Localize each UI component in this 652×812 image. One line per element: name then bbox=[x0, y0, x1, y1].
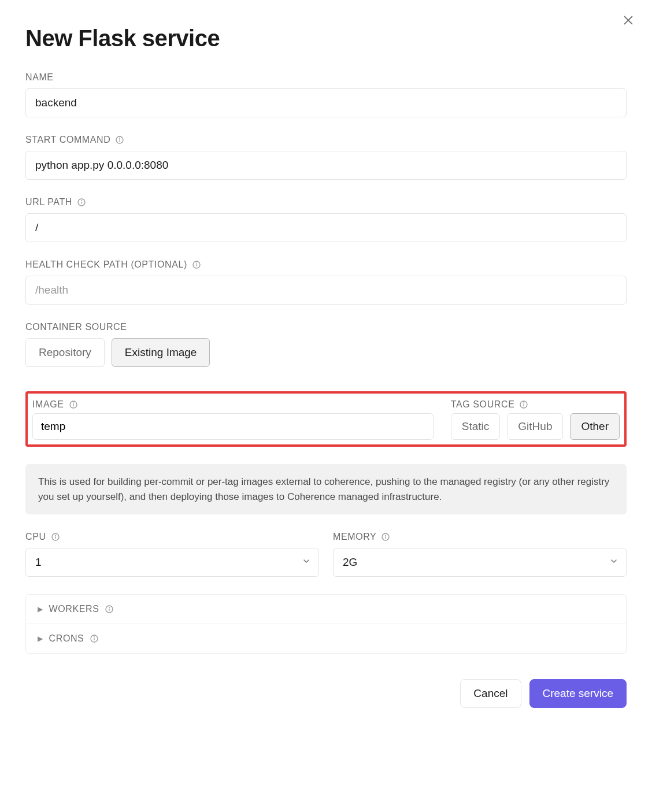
start-command-label: START COMMAND bbox=[25, 135, 627, 145]
cancel-button[interactable]: Cancel bbox=[460, 679, 521, 708]
health-check-input[interactable] bbox=[25, 276, 627, 305]
info-icon[interactable] bbox=[77, 198, 86, 207]
field-start-command: START COMMAND bbox=[25, 135, 627, 180]
tag-source-group: Static GitHub Other bbox=[451, 413, 620, 440]
field-container-source: CONTAINER SOURCE Repository Existing Ima… bbox=[25, 322, 627, 367]
health-check-label: HEALTH CHECK PATH (OPTIONAL) bbox=[25, 259, 627, 270]
field-url-path: URL PATH bbox=[25, 197, 627, 242]
svg-point-10 bbox=[197, 263, 197, 264]
page-title: New Flask service bbox=[25, 25, 627, 51]
info-banner: This is used for building per-commit or … bbox=[25, 464, 627, 514]
info-icon[interactable] bbox=[69, 400, 78, 409]
field-image: IMAGE bbox=[32, 399, 434, 440]
name-input[interactable] bbox=[25, 88, 627, 117]
start-command-input[interactable] bbox=[25, 151, 627, 180]
accordion: ▶ WORKERS ▶ CRONS bbox=[25, 594, 627, 654]
info-icon[interactable] bbox=[519, 400, 528, 409]
url-path-input[interactable] bbox=[25, 213, 627, 242]
name-label: NAME bbox=[25, 72, 627, 83]
svg-point-16 bbox=[524, 403, 524, 403]
memory-select[interactable]: 2G bbox=[333, 548, 627, 577]
cpu-select[interactable]: 1 bbox=[25, 548, 319, 577]
svg-point-4 bbox=[120, 138, 120, 139]
memory-label: MEMORY bbox=[333, 532, 627, 542]
footer-actions: Cancel Create service bbox=[25, 679, 627, 708]
triangle-right-icon: ▶ bbox=[38, 605, 43, 613]
container-source-repository[interactable]: Repository bbox=[25, 338, 105, 367]
info-icon[interactable] bbox=[105, 605, 114, 614]
field-name: NAME bbox=[25, 72, 627, 117]
image-input[interactable] bbox=[32, 413, 434, 440]
close-icon bbox=[622, 14, 635, 27]
tag-source-static[interactable]: Static bbox=[451, 413, 501, 440]
container-source-existing-image[interactable]: Existing Image bbox=[112, 338, 210, 367]
image-label: IMAGE bbox=[32, 399, 434, 410]
accordion-workers[interactable]: ▶ WORKERS bbox=[26, 595, 626, 624]
info-icon[interactable] bbox=[381, 532, 390, 542]
info-icon[interactable] bbox=[90, 634, 99, 643]
triangle-right-icon: ▶ bbox=[38, 635, 43, 643]
info-icon[interactable] bbox=[192, 260, 201, 269]
field-tag-source: TAG SOURCE Static GitHub Other bbox=[451, 399, 620, 440]
svg-point-28 bbox=[94, 637, 95, 637]
field-health-check: HEALTH CHECK PATH (OPTIONAL) bbox=[25, 259, 627, 305]
field-memory: MEMORY 2G bbox=[333, 532, 627, 577]
create-service-button[interactable]: Create service bbox=[529, 679, 627, 708]
svg-point-7 bbox=[82, 201, 82, 201]
url-path-label: URL PATH bbox=[25, 197, 627, 207]
svg-point-19 bbox=[55, 535, 55, 536]
tag-source-github[interactable]: GitHub bbox=[507, 413, 563, 440]
tag-source-label: TAG SOURCE bbox=[451, 399, 620, 410]
info-icon[interactable] bbox=[115, 135, 124, 144]
container-source-label: CONTAINER SOURCE bbox=[25, 322, 627, 332]
svg-point-22 bbox=[386, 535, 386, 536]
cpu-label: CPU bbox=[25, 532, 319, 542]
info-icon[interactable] bbox=[51, 532, 60, 542]
accordion-crons[interactable]: ▶ CRONS bbox=[26, 624, 626, 653]
close-button[interactable] bbox=[622, 14, 635, 27]
svg-point-13 bbox=[73, 403, 73, 403]
svg-point-25 bbox=[109, 607, 110, 608]
cpu-memory-row: CPU 1 MEMORY 2G bbox=[25, 532, 627, 577]
field-cpu: CPU 1 bbox=[25, 532, 319, 577]
image-tag-highlight: IMAGE TAG SOURCE Static GitHub Other bbox=[25, 391, 627, 447]
container-source-group: Repository Existing Image bbox=[25, 338, 627, 367]
tag-source-other[interactable]: Other bbox=[570, 413, 620, 440]
